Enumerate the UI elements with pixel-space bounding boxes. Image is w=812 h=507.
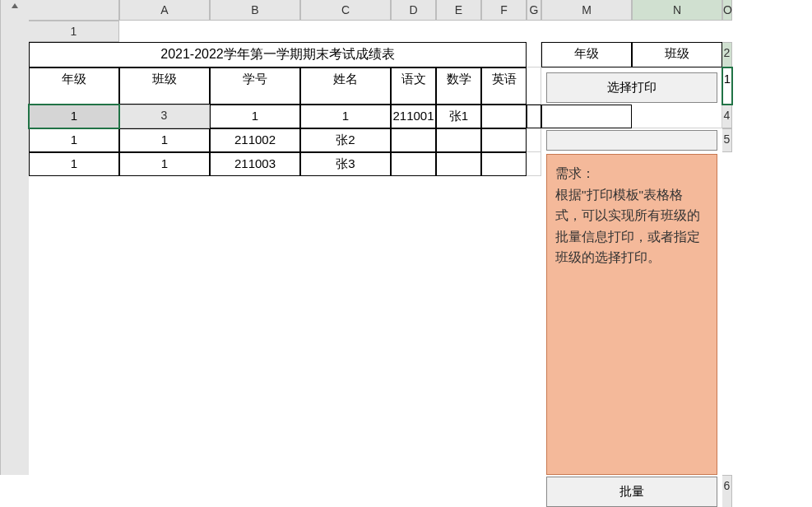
- right-value-grade[interactable]: 1: [722, 67, 732, 105]
- cell-G5[interactable]: [481, 152, 527, 176]
- th-english[interactable]: 英语: [481, 67, 527, 105]
- print-batch-button[interactable]: 批量: [546, 477, 717, 507]
- cell-F3[interactable]: [527, 105, 541, 128]
- cell-M1[interactable]: [527, 42, 541, 67]
- cell-M3[interactable]: [632, 105, 722, 128]
- th-grade[interactable]: 年级: [29, 67, 119, 105]
- row-header-6[interactable]: 6: [722, 475, 732, 507]
- cell-M4[interactable]: [527, 128, 541, 152]
- cell-F5[interactable]: [436, 152, 481, 176]
- row-header-3[interactable]: 3: [119, 105, 210, 128]
- cell-M2[interactable]: [527, 67, 541, 105]
- cell-C4[interactable]: 211002: [210, 128, 300, 152]
- cell-F4[interactable]: [436, 128, 481, 152]
- sheet-title[interactable]: 2021-2022学年第一学期期末考试成绩表: [29, 42, 527, 67]
- cell-E4[interactable]: [391, 128, 436, 152]
- cell-A3[interactable]: 1: [210, 105, 300, 128]
- th-chinese[interactable]: 语文: [391, 67, 436, 105]
- cell-A5[interactable]: 1: [29, 152, 119, 176]
- col-header-F[interactable]: F: [481, 0, 527, 21]
- note-title: 需求：: [555, 163, 708, 184]
- cell-D5[interactable]: 张3: [300, 152, 391, 176]
- select-all-corner[interactable]: [29, 0, 119, 21]
- cell-E3[interactable]: [481, 105, 527, 128]
- th-name[interactable]: 姓名: [300, 67, 391, 105]
- cell-C3[interactable]: 211001: [391, 105, 436, 128]
- cell-B5[interactable]: 1: [119, 152, 210, 176]
- col-header-A[interactable]: A: [119, 0, 210, 21]
- cell-E5[interactable]: [391, 152, 436, 176]
- scroll-up-icon[interactable]: [12, 3, 18, 8]
- note-body: 根据"打印模板"表格格式，可以实现所有班级的批量信息打印，或者指定班级的选择打印…: [555, 184, 708, 268]
- vertical-scrollbar[interactable]: [0, 0, 29, 475]
- cell-A4[interactable]: 1: [29, 128, 119, 152]
- cell-D3[interactable]: 张1: [436, 105, 481, 128]
- cell-C5[interactable]: 211003: [210, 152, 300, 176]
- cell-B3[interactable]: 1: [300, 105, 391, 128]
- row-header-5[interactable]: 5: [722, 128, 732, 152]
- th-id[interactable]: 学号: [210, 67, 300, 105]
- requirement-note: 需求：根据"打印模板"表格格式，可以实现所有班级的批量信息打印，或者指定班级的选…: [546, 154, 717, 475]
- cell-B4[interactable]: 1: [119, 128, 210, 152]
- right-header-grade[interactable]: 年级: [541, 42, 632, 67]
- col-header-N[interactable]: N: [632, 0, 722, 21]
- row-header-4[interactable]: 4: [722, 105, 732, 128]
- th-math[interactable]: 数学: [436, 67, 481, 105]
- right-value-class[interactable]: 1: [29, 105, 119, 128]
- col-header-O[interactable]: O: [722, 0, 732, 21]
- cell-D4[interactable]: 张2: [300, 128, 391, 152]
- cell-M5[interactable]: [527, 152, 541, 176]
- row-header-1[interactable]: 1: [29, 21, 119, 42]
- cell-G3[interactable]: [541, 105, 632, 128]
- print-select-button[interactable]: 选择打印: [546, 72, 717, 103]
- col-header-M[interactable]: M: [541, 0, 632, 21]
- right-header-class[interactable]: 班级: [632, 42, 722, 67]
- row-header-2[interactable]: 2: [722, 42, 732, 67]
- col-header-G[interactable]: G: [527, 0, 541, 21]
- col-header-B[interactable]: B: [210, 0, 300, 21]
- col-header-E[interactable]: E: [436, 0, 481, 21]
- col-header-C[interactable]: C: [300, 0, 391, 21]
- cell-G4[interactable]: [481, 128, 527, 152]
- col-header-D[interactable]: D: [391, 0, 436, 21]
- th-class[interactable]: 班级: [119, 67, 210, 105]
